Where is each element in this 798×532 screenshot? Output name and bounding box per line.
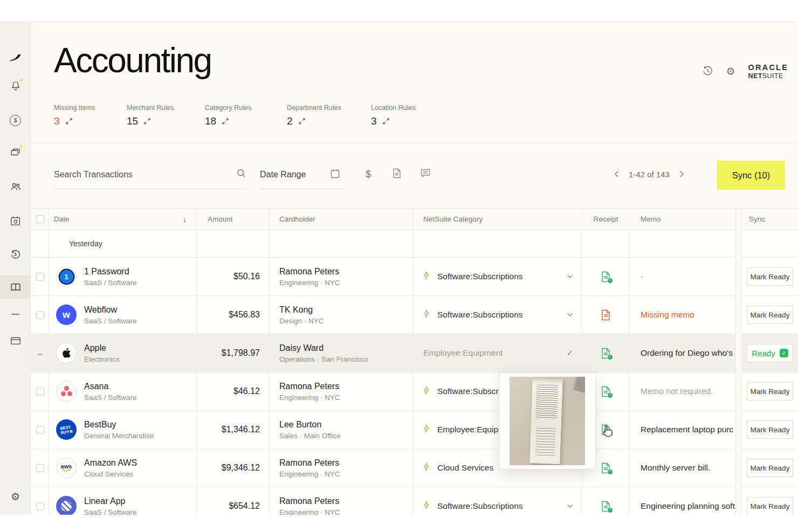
cardholder-name: TK Kong (279, 305, 313, 315)
main-content: Accounting ⚙ ORACLE NETSUITE Missing Ite… (31, 22, 798, 515)
row-checkbox[interactable] (31, 487, 49, 515)
sidebar-item-collapsed[interactable] (0, 305, 31, 324)
sort-desc-icon[interactable]: ↓ (183, 215, 187, 224)
sidebar-item-notifications[interactable] (0, 74, 31, 98)
memo-cell[interactable]: Ordering for Diego who's (630, 334, 736, 372)
mark-ready-button[interactable]: Mark Ready (747, 420, 793, 439)
merchant-name: Apple (84, 343, 120, 353)
merchant-type: General Merchandise (84, 432, 154, 440)
category-dropdown[interactable]: Software:Subscriptions (414, 258, 582, 296)
sidebar-item-reimbursements[interactable]: $ (0, 243, 31, 266)
table-row[interactable]: Linear AppSaaS / Software $654.12 Ramona… (31, 487, 798, 515)
memo-cell[interactable]: Missing memo (630, 296, 736, 334)
sidebar-item-balance[interactable]: $ (0, 108, 31, 132)
expand-icon[interactable] (144, 115, 150, 127)
row-checkbox[interactable] (31, 296, 49, 334)
table-row[interactable]: AsanaSaaS / Software $46.12 Ramona Peter… (31, 372, 798, 411)
merchant-logo-linear (56, 496, 77, 515)
sidebar-item-accounting[interactable] (0, 275, 31, 299)
bolt-icon (423, 501, 430, 512)
pagination: 1-42 of 143 (614, 167, 684, 182)
cardholder-dept: Engineering · NYC (279, 279, 340, 287)
column-date[interactable]: Date ↓ (49, 209, 197, 230)
receipt-attached-icon[interactable] (601, 386, 611, 397)
select-all-checkbox[interactable] (31, 209, 49, 230)
memo-cell[interactable]: Monthly server bill. (630, 449, 736, 487)
sidebar-item-bill-pay[interactable] (0, 209, 31, 233)
memo-cell[interactable]: - (630, 258, 736, 296)
bolt-icon (423, 462, 430, 473)
table-row[interactable]: BESTBUY BestBuyGeneral Merchandise $1,34… (31, 411, 798, 449)
memo-filter-button[interactable] (418, 167, 433, 182)
memo-cell[interactable]: Engineering planning soft (630, 487, 736, 515)
row-checkbox[interactable] (31, 258, 49, 296)
merchant-name: BestBuy (84, 420, 154, 430)
stat-value: 18 (205, 115, 216, 127)
row-checkbox[interactable] (31, 372, 49, 411)
mark-ready-button[interactable]: Mark Ready (747, 306, 793, 324)
search-input[interactable] (54, 170, 237, 179)
ready-button[interactable]: Ready ✓ (747, 344, 793, 362)
row-checkbox[interactable] (31, 449, 49, 487)
cardholder-name: Daisy Ward (279, 343, 324, 353)
category-dropdown[interactable]: Software:Subscriptions (414, 487, 582, 515)
cardholder-dept: Engineering · NYC (279, 393, 340, 402)
cards-badge (19, 144, 24, 149)
memo-cell[interactable]: Memo not required. (630, 372, 736, 411)
row-checkbox[interactable] (31, 411, 49, 449)
receipt-attached-icon[interactable] (601, 271, 611, 282)
sidebar-item-home[interactable] (0, 45, 31, 69)
merchant-logo-aws: aws (56, 458, 77, 478)
amount-filter-button[interactable]: $ (361, 167, 376, 182)
integration-settings-button[interactable]: ⚙ (726, 66, 735, 77)
page-range-label: 1-42 of 143 (629, 170, 670, 179)
row-checkbox[interactable]: – (31, 334, 49, 372)
date-range-filter[interactable]: Date Range (260, 160, 344, 189)
sidebar-item-cards[interactable] (0, 140, 31, 164)
table-row[interactable]: 1 1 PasswordSaaS / Software $50.16 Ramon… (31, 258, 798, 296)
sync-history-button[interactable] (702, 65, 713, 78)
check-icon: ✓ (566, 348, 573, 358)
memo-cell[interactable]: Replacement laptop purc (630, 411, 736, 449)
page-next-button[interactable] (679, 171, 684, 177)
expand-icon[interactable] (383, 115, 389, 127)
search-icon (237, 169, 246, 180)
sidebar-item-card-programs[interactable] (0, 329, 31, 353)
dash-icon (11, 314, 19, 315)
sidebar-item-settings[interactable]: ⚙ (0, 485, 31, 508)
dollar-coin-icon: $ (10, 115, 21, 126)
mark-ready-button[interactable]: Mark Ready (747, 382, 793, 400)
amount: $1,346.12 (197, 411, 270, 449)
column-cardholder: Cardholder (270, 209, 414, 230)
oracle-netsuite-logo: ORACLE NETSUITE (748, 63, 788, 80)
table-row[interactable]: w WebflowSaaS / Software $456.83 TK Kong… (31, 296, 798, 334)
category-confirmed: Employee:Equipment ✓ (414, 334, 582, 372)
receipt-missing-icon[interactable] (601, 309, 611, 321)
cardholder-dept: Engineering · NYC (279, 508, 340, 515)
expand-icon[interactable] (222, 115, 229, 127)
mark-ready-button[interactable]: Mark Ready (747, 497, 793, 515)
expand-icon[interactable] (66, 115, 72, 127)
expand-icon[interactable] (299, 115, 305, 127)
sync-button[interactable]: Sync (10) (717, 161, 785, 190)
merchant-logo-asana (56, 381, 77, 402)
mark-ready-button[interactable]: Mark Ready (747, 267, 793, 286)
mark-ready-button[interactable]: Mark Ready (747, 459, 793, 477)
header-actions: ⚙ ORACLE NETSUITE (702, 63, 788, 80)
table-row[interactable]: – AppleElectronics $1,798.97 Daisy WardO… (31, 334, 798, 372)
receipt-photo (510, 377, 585, 465)
receipt-attached-icon[interactable] (601, 501, 611, 512)
bolt-icon (423, 309, 430, 320)
receipt-attached-icon[interactable] (601, 348, 611, 359)
chevron-down-icon (567, 504, 573, 508)
merchant-type: Electronics (84, 355, 120, 363)
table-row[interactable]: aws Amazon AWSCloud Services $9,346.12 R… (31, 449, 798, 487)
page-prev-button[interactable] (614, 171, 619, 177)
receipt-attached-icon[interactable] (601, 462, 611, 474)
category-dropdown[interactable]: Software:Subscriptions (414, 296, 582, 334)
cardholder-name: Ramona Peters (279, 382, 339, 391)
sidebar-item-people[interactable] (0, 175, 31, 198)
receipt-filter-button[interactable] (389, 167, 404, 182)
dash-icon: – (36, 349, 42, 358)
table-header-row: Date ↓ Amount Cardholder NetSuite Catego… (31, 209, 798, 230)
